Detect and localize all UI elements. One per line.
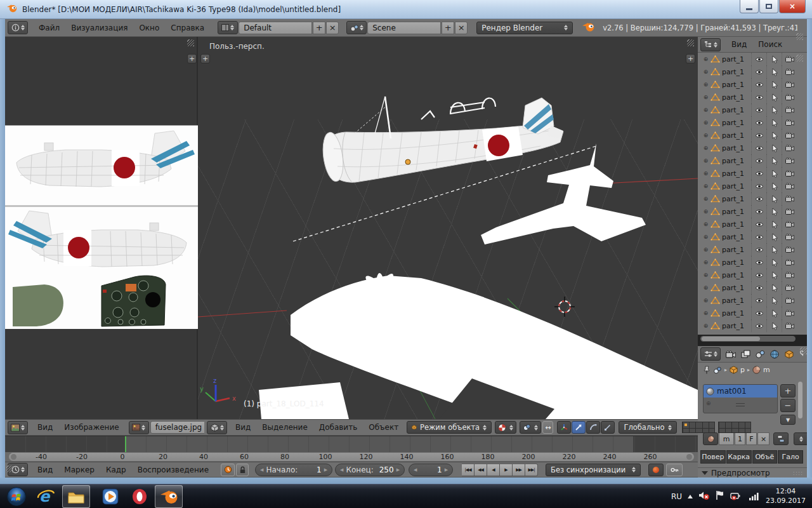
view3d-menu-item[interactable]: Объект <box>363 423 404 432</box>
selectability-cursor-icon[interactable] <box>766 243 782 256</box>
render-camera-icon[interactable] <box>782 116 797 129</box>
visibility-eye-icon[interactable] <box>751 65 766 78</box>
object-name[interactable]: part_1 <box>722 322 751 330</box>
material-slot-selected[interactable]: mat001 <box>704 385 777 398</box>
render-camera-icon[interactable] <box>782 294 797 307</box>
image-name-field[interactable]: fuselage.jpg <box>150 421 206 434</box>
selectability-cursor-icon[interactable] <box>766 129 782 142</box>
panel-drag-dots[interactable]: :::: <box>793 470 803 476</box>
outliner-row[interactable]: part_1 <box>698 180 807 192</box>
mode-select[interactable]: Режим объекта <box>407 421 492 434</box>
translate-manipulator-button[interactable] <box>572 421 586 434</box>
render-camera-icon[interactable] <box>782 142 797 154</box>
expand-icon[interactable] <box>701 234 710 240</box>
header-resize-grip[interactable] <box>796 33 803 40</box>
render-camera-icon[interactable] <box>782 243 797 256</box>
selectability-cursor-icon[interactable] <box>766 307 782 319</box>
area-corner-grip[interactable] <box>687 39 694 46</box>
render-camera-icon[interactable] <box>782 167 797 180</box>
opera-button[interactable] <box>126 485 154 508</box>
object-name[interactable]: part_1 <box>722 309 751 318</box>
render-camera-icon[interactable] <box>782 205 797 218</box>
sync-mode-select[interactable]: Без синхронизации <box>546 464 641 476</box>
editor-type-button-3dview[interactable] <box>207 421 227 434</box>
object-name[interactable]: part_1 <box>722 284 751 292</box>
view3d-menu-item[interactable]: Добавить <box>313 423 363 432</box>
visibility-eye-icon[interactable] <box>751 167 766 180</box>
timeline-menu-item[interactable]: Маркер <box>58 465 100 474</box>
slot-resize-grip[interactable] <box>736 403 745 406</box>
visibility-eye-icon[interactable] <box>751 104 766 116</box>
layout-delete-button[interactable]: × <box>326 22 339 34</box>
area-resize-grip[interactable] <box>800 347 807 354</box>
outliner-row[interactable]: part_1 <box>698 281 807 294</box>
expand-icon[interactable] <box>701 69 710 75</box>
media-player-button[interactable] <box>96 485 124 508</box>
visibility-eye-icon[interactable] <box>751 129 766 142</box>
object-name[interactable]: part_1 <box>722 271 751 279</box>
timeline-menu-item[interactable]: Кадр <box>100 465 132 474</box>
visibility-eye-icon[interactable] <box>751 269 766 281</box>
expand-icon[interactable] <box>701 107 710 113</box>
object-name[interactable]: part_1 <box>722 68 751 76</box>
object-name[interactable]: part_1 <box>722 131 751 140</box>
render-camera-icon[interactable] <box>782 53 797 65</box>
explorer-button[interactable] <box>62 485 90 508</box>
timeline-menu-item[interactable]: Вид <box>32 465 58 474</box>
render-layers-tab-icon[interactable] <box>739 348 752 361</box>
material-type-tab[interactable]: Повер <box>700 450 726 464</box>
visibility-eye-icon[interactable] <box>751 205 766 218</box>
clock[interactable]: 12:04 23.09.2017 <box>766 487 808 506</box>
volume-muted-icon[interactable] <box>698 490 710 503</box>
visibility-eye-icon[interactable] <box>751 231 766 243</box>
visibility-eye-icon[interactable] <box>751 281 766 294</box>
selectability-cursor-icon[interactable] <box>766 192 782 205</box>
slot-specials-button[interactable]: ▼ <box>780 415 796 425</box>
object-name[interactable]: part_1 <box>722 246 751 254</box>
scale-manipulator-button[interactable] <box>601 421 615 434</box>
selectability-cursor-icon[interactable] <box>766 281 782 294</box>
object-name[interactable]: part_1 <box>722 220 751 229</box>
expand-icon[interactable] <box>701 284 710 291</box>
outliner-row[interactable]: part_1 <box>698 78 807 91</box>
unlink-button[interactable]: × <box>757 432 769 445</box>
scene-browse-button[interactable] <box>346 21 367 34</box>
object-name[interactable]: part_1 <box>722 119 751 127</box>
layout-browse-button[interactable] <box>218 21 238 34</box>
outliner-row[interactable]: part_1 <box>698 91 807 104</box>
playback-button[interactable]: |◀◀ <box>462 464 475 476</box>
outliner-row[interactable]: part_1 <box>698 167 807 180</box>
expand-icon[interactable] <box>701 196 710 202</box>
outliner-row[interactable]: part_1 <box>698 243 807 256</box>
selectability-cursor-icon[interactable] <box>766 269 782 281</box>
render-camera-icon[interactable] <box>782 104 797 116</box>
expand-icon[interactable] <box>701 81 710 88</box>
render-camera-icon[interactable] <box>782 192 797 205</box>
selectability-cursor-icon[interactable] <box>766 294 782 307</box>
outliner-row[interactable]: part_1 <box>698 269 807 281</box>
render-camera-icon[interactable] <box>782 269 797 281</box>
info-menu-item[interactable]: Визуализация <box>65 23 133 32</box>
render-camera-icon[interactable] <box>782 129 797 142</box>
playback-button[interactable]: ▶ <box>500 464 513 476</box>
expand-icon[interactable] <box>701 183 710 189</box>
image-menu-item[interactable]: Изображение <box>58 423 124 432</box>
selectability-cursor-icon[interactable] <box>766 167 782 180</box>
area-corner-grip[interactable] <box>6 465 13 472</box>
object-name[interactable]: part_1 <box>722 297 751 305</box>
render-tab-camera-icon[interactable] <box>724 348 737 361</box>
expand-icon[interactable] <box>701 297 710 304</box>
expand-icon[interactable] <box>701 246 710 253</box>
selectability-cursor-icon[interactable] <box>766 53 782 65</box>
keying-set-button[interactable] <box>666 464 683 476</box>
power-plug-icon[interactable] <box>730 491 743 503</box>
timeline-playhead[interactable] <box>125 436 126 453</box>
expand-icon[interactable] <box>701 94 710 100</box>
expand-icon[interactable] <box>701 208 710 215</box>
visibility-eye-icon[interactable] <box>751 192 766 205</box>
editor-type-button-image[interactable] <box>8 421 28 434</box>
render-camera-icon[interactable] <box>782 231 797 243</box>
selectability-cursor-icon[interactable] <box>766 78 782 91</box>
minimize-button[interactable] <box>740 0 759 13</box>
lock-frame-button[interactable] <box>236 464 249 476</box>
